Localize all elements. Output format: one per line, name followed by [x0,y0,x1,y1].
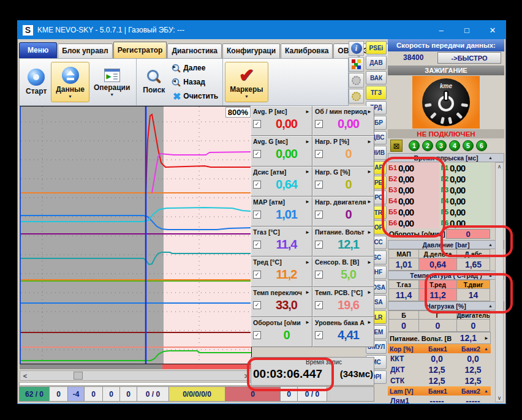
crossbox-button[interactable]: ⊠ [390,140,403,152]
injector-label: Г3 [439,184,449,195]
knob-view-button-2[interactable] [349,89,364,103]
gauge-checkbox[interactable]: ✓ [253,271,261,279]
faster-button[interactable]: ->БЫСТРО [437,52,501,64]
expander-icon[interactable]: ► [305,139,310,144]
knob-tick [461,103,468,107]
scrollbar-thumb[interactable] [74,372,83,380]
chart-horizontal-scrollbar[interactable]: < > [20,370,252,381]
expander-icon[interactable]: ► [367,320,372,325]
expander-icon[interactable]: ► [305,199,310,204]
back-button[interactable]: ◀ Назад [172,75,218,89]
sidebar-item-ТГЗ[interactable]: ТГЗ [366,86,387,99]
gauge-value-row: ✓0 [253,328,310,342]
search-button[interactable]: Поиск [138,62,169,102]
gauge-checkbox[interactable]: ✓ [253,120,261,128]
gauge-value: 0,00 [325,117,372,131]
scroll-right-arrow[interactable]: > [241,371,251,380]
correction-header[interactable]: Кор [%] Банк1 Банк2 ▲ [388,344,491,353]
gauge-checkbox[interactable]: ✓ [315,120,323,128]
expander-icon[interactable]: ► [367,290,372,295]
injection-header[interactable]: Время впрыска [мс] ▲ [388,153,504,162]
expander-icon[interactable]: ► [305,230,310,235]
gauge-checkbox[interactable]: ✓ [253,181,261,189]
recorder-chart[interactable]: 800% [20,106,252,364]
temperature-col-2: Т.двиг [457,280,490,289]
gauge-value-row: ✓0,00 [253,117,310,131]
tab-Калибровка[interactable]: Калибровка [281,43,333,58]
minimize-button[interactable]: – [428,21,454,39]
panel-vertical-scrollbar[interactable]: ∧ ∨ [495,162,504,402]
tab-Регистратор[interactable]: Регистратор [113,42,167,58]
tab-Диагностика[interactable]: Диагностика [167,43,222,58]
expander-icon[interactable]: ► [305,109,310,114]
sidebar-item-ДАВ[interactable]: ДАВ [366,56,387,69]
start-button[interactable]: Старт [21,62,51,102]
gauge-label: Нагр. P [%] [315,138,349,145]
scroll-up-arrow[interactable]: ∧ [497,163,502,170]
gauge-checkbox[interactable]: ✓ [315,181,323,189]
info-button[interactable]: i [349,41,364,56]
palette-button[interactable] [349,57,364,72]
expander-icon[interactable]: ► [367,139,372,144]
chevron-down-icon: ▼ [68,95,72,98]
pressure-val-2: 1,65 [457,258,490,271]
tab-menu[interactable]: Меню [19,42,57,58]
clear-button[interactable]: ✖ Очистить [172,89,218,103]
gauge-value: 1,01 [263,208,310,222]
expander-icon[interactable]: ► [484,336,489,341]
markers-button[interactable]: ✔ Маркеры ▼ [225,62,268,102]
gauge-checkbox[interactable]: ✓ [253,301,261,309]
expander-icon[interactable]: ► [367,199,372,204]
injector-label: Г5 [439,206,449,217]
gauge-checkbox[interactable]: ✓ [315,241,323,249]
injector-label: Б1 [388,162,398,173]
expander-icon[interactable]: ► [367,109,372,114]
expander-icon[interactable]: ► [305,260,310,265]
record-time-box: Время запис 00:03:06.447 (343мс) [251,357,374,386]
expander-icon[interactable]: ► [305,320,310,325]
expander-icon[interactable]: ► [367,230,372,235]
gauge-value: 0 [325,178,372,192]
expander-icon[interactable]: ► [367,260,372,265]
gauge-label: Нагр. двигателя [315,198,366,206]
knob-view-button[interactable] [349,73,364,88]
scroll-left-arrow[interactable]: < [20,371,30,380]
arrow-right-icon: ▶ [173,65,176,69]
gauge-checkbox[interactable]: ✓ [315,331,323,339]
status-cell-5: 0 [120,386,137,402]
data-button[interactable]: Данные ▼ [51,62,89,102]
gauge-label: Avg. P [мс] [253,108,287,115]
tab-Конфигураци[interactable]: Конфигураци [222,43,280,58]
marker-bar-red [162,364,252,369]
gauge-checkbox[interactable]: ✓ [315,301,323,309]
gauge-checkbox[interactable]: ✓ [253,241,261,249]
load-header[interactable]: Нагрузка [%] ▲ [388,301,504,310]
injector-value: 0,00 [398,206,439,217]
scroll-down-arrow[interactable]: ∨ [497,395,502,401]
expander-icon[interactable]: ► [305,169,310,174]
maximize-button[interactable]: □ [454,21,480,39]
chart-plot-area[interactable] [21,107,251,364]
tab-Блок управл[interactable]: Блок управл [58,43,113,58]
lambda-header[interactable]: Lam [V] Банк1 Банк2 ▲ [388,386,491,396]
close-button[interactable]: ✕ [480,21,505,39]
pressure-col-2: Д.абс [457,249,490,258]
temperature-header[interactable]: Температура ( С-град ) ▲ [388,271,504,280]
next-button[interactable]: ▶ Далее [172,61,218,75]
expander-icon[interactable]: ► [367,169,372,174]
expander-icon[interactable]: ► [305,290,310,295]
gauge-checkbox[interactable]: ✓ [315,150,323,158]
gauge-value: 0 [325,147,372,161]
pressure-val-1: 0,64 [419,258,457,271]
injector-label: Б3 [388,184,398,195]
gauge-checkbox[interactable]: ✓ [253,150,261,158]
kme-logo: kme [422,83,470,89]
gauge-checkbox[interactable]: ✓ [315,271,323,279]
sidebar-item-PSEi[interactable]: PSEi [366,41,387,54]
gauge-checkbox[interactable]: ✓ [253,331,261,339]
pressure-header[interactable]: Давление [bar] ▲ [388,240,504,249]
operations-button[interactable]: ▶ Операции ▼ [89,62,134,102]
gauge-checkbox[interactable]: ✓ [315,211,323,219]
sidebar-item-ВАК[interactable]: ВАК [366,71,387,84]
gauge-checkbox[interactable]: ✓ [253,211,261,219]
